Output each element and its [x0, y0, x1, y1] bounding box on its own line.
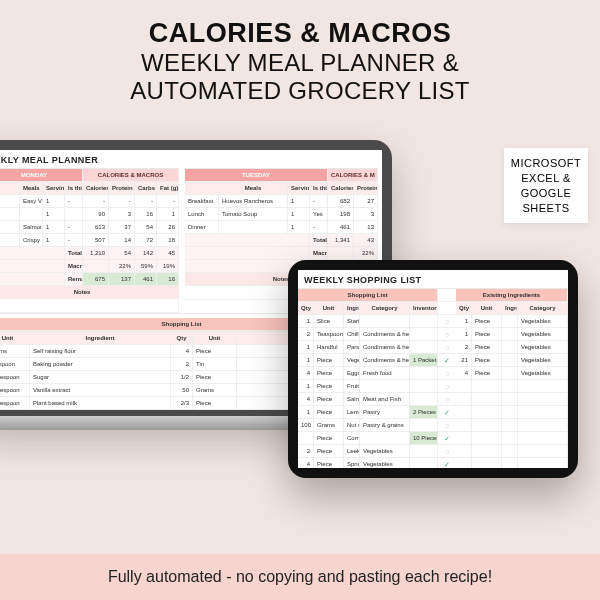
tablet-cell	[438, 419, 456, 432]
meal-cell: 1	[43, 221, 65, 234]
col-prot: Protein (g)	[109, 182, 135, 195]
tablet-cell	[438, 367, 456, 380]
product-title: CALORIES & MACROS WEEKLY MEAL PLANNER & …	[0, 0, 600, 112]
meal-cell: 507	[83, 234, 109, 247]
tablet-cell	[410, 419, 438, 432]
tablet-cell: 1	[298, 354, 314, 367]
total-lbl: Total	[65, 247, 83, 260]
shopping-cell: 2	[171, 358, 193, 371]
tablet-cell: Fruit	[344, 380, 360, 393]
tablet-cell	[438, 380, 456, 393]
tablet-cell	[456, 393, 472, 406]
tablet-cell: Vegetables	[518, 341, 568, 354]
meal-cell: 1	[43, 195, 65, 208]
macros-hdr: CALORIES & MACROS	[83, 169, 179, 182]
footer-caption: Fully automated - no copying and pasting…	[0, 554, 600, 600]
tablet-cell	[438, 341, 456, 354]
tablet-cell: 1	[298, 406, 314, 419]
total-cal: 1,210	[83, 247, 109, 260]
shopping-cell: 1/2	[171, 371, 193, 384]
tablet-cell	[502, 419, 518, 432]
meal-cell: Salmon with Spicy Sesame Noodles	[20, 221, 43, 234]
meal-cell: 1	[43, 234, 65, 247]
shopping-cell: Tablespoon	[0, 384, 30, 397]
meal-cell: -	[157, 195, 179, 208]
meal-cell: -	[135, 195, 157, 208]
meal-cell: Breakfast	[185, 195, 219, 208]
tablet-cell	[502, 315, 518, 328]
shopping-cell: Piece	[193, 397, 237, 410]
tablet-cell	[502, 458, 518, 468]
tablet-cell: Vegetables	[518, 315, 568, 328]
tablet-cell: Salmon	[344, 393, 360, 406]
tablet-cell: 4	[298, 393, 314, 406]
col-ingredient: Ingredient	[30, 332, 171, 345]
tablet-cell	[298, 432, 314, 445]
tablet-cell: Leeks	[344, 445, 360, 458]
tablet-cell: Piece	[314, 432, 344, 445]
meal-cell: 14	[109, 234, 135, 247]
tablet-cell	[472, 458, 502, 468]
tablet-cell: Vegetables	[518, 367, 568, 380]
tablet-cell	[456, 458, 472, 468]
tablet-cell	[410, 458, 438, 468]
tablet-cell: 100	[298, 419, 314, 432]
tablet-cell	[360, 380, 410, 393]
tablet-cell: 1	[456, 315, 472, 328]
tablet-cell	[502, 354, 518, 367]
tablet-cell	[502, 341, 518, 354]
meal-cell: 682	[328, 195, 354, 208]
tablet-cell: Piece	[472, 367, 502, 380]
tablet-cell: Piece	[314, 354, 344, 367]
shopping-cell: Baking powder	[30, 358, 171, 371]
tablet-cell	[502, 328, 518, 341]
tablet-cell: Condiments & herbs	[360, 341, 410, 354]
macro-pc-lbl: Macro %	[65, 260, 83, 273]
tablet-cell: Piece	[314, 445, 344, 458]
tablet-cell: Spring onions	[344, 458, 360, 468]
tablet-cell	[410, 341, 438, 354]
meal-cell: -	[83, 195, 109, 208]
tablet-cell	[502, 432, 518, 445]
tablet-cell	[518, 419, 568, 432]
remaining-lbl: Remaining	[65, 273, 83, 286]
meal-cell: fast	[0, 195, 20, 208]
shopping-cell: Vanilla extract	[30, 384, 171, 397]
meal-cell: -	[65, 221, 83, 234]
meal-cell: 72	[135, 234, 157, 247]
title-line1: CALORIES & MACROS	[20, 18, 580, 49]
tablet-cell: Piece	[472, 354, 502, 367]
tablet-cell	[456, 432, 472, 445]
tablet-cell: Fresh food	[360, 367, 410, 380]
tablet-cell	[456, 445, 472, 458]
shopping-cell: Tablespoon	[0, 371, 30, 384]
tablet-cell: Nut cereal	[344, 419, 360, 432]
col-cal: Calories (kcal)	[83, 182, 109, 195]
meal-cell: Huevos Rancheros	[219, 195, 288, 208]
tablet-cell	[518, 406, 568, 419]
shopping-list-hdr: Shopping List	[298, 289, 438, 302]
meal-cell	[0, 234, 20, 247]
shopping-cell: Tin	[193, 358, 237, 371]
tablet-cell: Grams	[314, 419, 344, 432]
title-line3: AUTOMATED GROCERY LIST	[20, 77, 580, 105]
tablet-cell: Meat and Fish	[360, 393, 410, 406]
col-carb: Carbs (g)	[135, 182, 157, 195]
tablet-cell	[410, 367, 438, 380]
tablet-cell: Eggs	[344, 367, 360, 380]
meal-cell: 3	[109, 208, 135, 221]
tablet-cell: Corn	[344, 432, 360, 445]
col-fat: Fat (g)	[157, 182, 179, 195]
meal-cell: 27	[354, 195, 378, 208]
tablet-cell	[472, 445, 502, 458]
tablet-cell: Lemon zest	[344, 406, 360, 419]
tablet-cell	[438, 328, 456, 341]
tablet-shopping-grid: Shopping List Existing Ingredients Qty U…	[298, 288, 568, 468]
tablet-cell	[472, 419, 502, 432]
tablet-cell	[472, 380, 502, 393]
tablet-cell	[410, 328, 438, 341]
tablet-cell: 2	[456, 341, 472, 354]
meal-cell: 37	[109, 221, 135, 234]
shopping-cell: Piece	[193, 345, 237, 358]
meal-cell: -	[310, 195, 328, 208]
